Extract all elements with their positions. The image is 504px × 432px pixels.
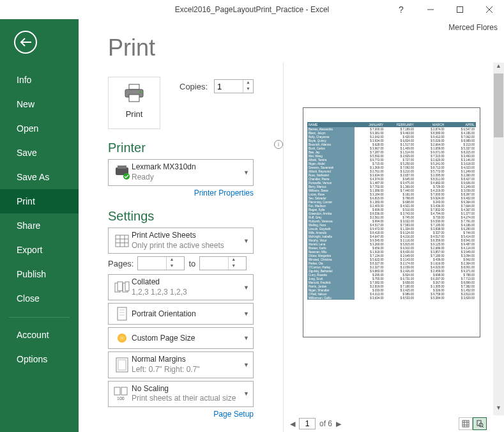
arrow-left-icon bbox=[20, 38, 31, 47]
account-name[interactable]: Merced Flores bbox=[448, 23, 498, 32]
help-button[interactable]: ? bbox=[386, 1, 416, 19]
sheets-icon bbox=[112, 234, 132, 248]
next-page-button[interactable]: ▶ bbox=[336, 420, 341, 428]
chevron-down-icon: ▼ bbox=[243, 311, 249, 317]
svg-line-36 bbox=[482, 426, 484, 428]
collate-select[interactable]: Collated1,2,3 1,2,3 1,2,3 ▼ bbox=[108, 274, 254, 300]
sidebar-item-share[interactable]: Share bbox=[0, 213, 79, 238]
svg-text:100: 100 bbox=[117, 396, 125, 401]
sidebar-item-export[interactable]: Export bbox=[0, 238, 79, 262]
copies-input[interactable] bbox=[215, 80, 243, 93]
printer-properties-link[interactable]: Printer Properties bbox=[108, 189, 254, 197]
printer-status: Ready bbox=[132, 173, 249, 183]
svg-rect-6 bbox=[129, 95, 139, 102]
chevron-down-icon: ▼ bbox=[243, 284, 249, 291]
pages-to-label: to bbox=[188, 259, 195, 268]
print-button[interactable]: Print bbox=[108, 77, 160, 129]
sidebar-item-new[interactable]: New bbox=[0, 92, 79, 116]
svg-rect-27 bbox=[121, 387, 127, 395]
sidebar-item-save-as[interactable]: Save As bbox=[0, 165, 79, 189]
sidebar-item-options[interactable]: Options bbox=[0, 347, 79, 371]
scroll-thumb[interactable] bbox=[494, 73, 503, 137]
svg-rect-19 bbox=[125, 282, 129, 291]
copies-spinner[interactable]: ▲▼ bbox=[214, 79, 254, 93]
svg-rect-29 bbox=[462, 420, 469, 427]
chevron-down-icon: ▼ bbox=[243, 238, 249, 244]
chevron-down-icon: ▼ bbox=[243, 335, 249, 341]
printer-device-icon bbox=[112, 166, 132, 180]
scaling-select[interactable]: 100 No ScalingPrint sheets at their actu… bbox=[108, 381, 254, 407]
preview-row: Williamson, Guilio$ 3,634.00$ 8,533.00$ … bbox=[307, 296, 476, 300]
page-setup-link[interactable]: Page Setup bbox=[108, 410, 254, 419]
current-page-input[interactable] bbox=[299, 418, 316, 429]
sidebar-item-open[interactable]: Open bbox=[0, 116, 79, 141]
printer-select[interactable]: Lexmark MX310dnReady ▼ bbox=[108, 159, 254, 186]
sidebar-item-account[interactable]: Account bbox=[0, 323, 79, 347]
preview-page: NAMEJANUARYFEBRUARYMARCHAPRILBarnes, Ale… bbox=[303, 107, 480, 337]
margins-icon bbox=[112, 357, 132, 373]
sidebar-separator bbox=[9, 317, 70, 318]
margins-select[interactable]: Normal MarginsLeft: 0.7" Right: 0.7" ▼ bbox=[108, 351, 254, 378]
scaling-icon: 100 bbox=[112, 387, 132, 401]
printer-info-icon[interactable]: i bbox=[274, 140, 283, 149]
print-button-label: Print bbox=[126, 109, 143, 119]
preview-header: NAME bbox=[307, 122, 355, 127]
preview-header: MARCH bbox=[415, 122, 446, 127]
preview-header: APRIL bbox=[445, 122, 476, 127]
zoom-to-page-button[interactable] bbox=[473, 417, 487, 430]
svg-rect-11 bbox=[116, 235, 128, 247]
print-what-select[interactable]: Print Active SheetsOnly print the active… bbox=[108, 228, 254, 254]
page-total-label: of 6 bbox=[319, 419, 332, 428]
printer-name: Lexmark MX310dn bbox=[132, 162, 249, 173]
printer-icon bbox=[123, 84, 146, 103]
svg-rect-26 bbox=[114, 387, 120, 395]
svg-rect-20 bbox=[118, 307, 126, 320]
sidebar-item-close[interactable]: Close bbox=[0, 286, 79, 311]
back-button[interactable] bbox=[14, 31, 37, 54]
chevron-down-icon: ▼ bbox=[243, 169, 249, 176]
chevron-down-icon: ▼ bbox=[243, 362, 249, 368]
pages-label: Pages: bbox=[108, 259, 134, 268]
show-margins-button[interactable] bbox=[459, 417, 473, 430]
page-title: Print bbox=[108, 35, 283, 61]
backstage-sidebar: InfoNewOpenSaveSave AsPrintShareExportPu… bbox=[0, 19, 79, 432]
collate-icon bbox=[112, 281, 132, 294]
page-size-icon bbox=[112, 334, 132, 343]
prev-page-button[interactable]: ◀ bbox=[290, 420, 295, 428]
restore-button[interactable] bbox=[445, 1, 475, 19]
portrait-icon bbox=[112, 307, 132, 321]
copies-up[interactable]: ▲ bbox=[243, 80, 253, 86]
pages-from[interactable]: ▲▼ bbox=[137, 256, 185, 270]
svg-point-7 bbox=[140, 91, 142, 93]
svg-rect-4 bbox=[129, 84, 139, 89]
scroll-up[interactable]: ▲ bbox=[493, 63, 504, 73]
copies-label: Copies: bbox=[179, 82, 208, 91]
close-button[interactable] bbox=[475, 1, 504, 19]
page-size-select[interactable]: Custom Page Size ▼ bbox=[108, 327, 254, 349]
pages-to[interactable]: ▲▼ bbox=[199, 256, 247, 270]
sidebar-item-publish[interactable]: Publish bbox=[0, 262, 79, 286]
preview-scrollbar[interactable]: ▲ ▼ bbox=[493, 63, 504, 415]
scroll-down[interactable]: ▼ bbox=[493, 405, 504, 415]
copies-down[interactable]: ▼ bbox=[243, 86, 253, 93]
chevron-down-icon: ▼ bbox=[243, 390, 249, 397]
minimize-button[interactable] bbox=[416, 1, 445, 19]
preview-header: JANUARY bbox=[355, 122, 385, 127]
settings-heading: Settings bbox=[108, 209, 283, 224]
print-preview-pane: ▲ ▼ NAMEJANUARYFEBRUARYMARCHAPRILBarnes,… bbox=[283, 63, 504, 432]
sidebar-item-print[interactable]: Print bbox=[0, 189, 79, 213]
preview-header: FEBRUARY bbox=[385, 122, 415, 127]
sidebar-item-info[interactable]: Info bbox=[0, 68, 79, 92]
sidebar-item-save[interactable]: Save bbox=[0, 141, 79, 165]
printer-heading: Printer bbox=[108, 141, 146, 155]
svg-rect-25 bbox=[118, 360, 126, 370]
orientation-select[interactable]: Portrait Orientation ▼ bbox=[108, 303, 254, 325]
svg-rect-9 bbox=[118, 166, 126, 169]
svg-rect-1 bbox=[457, 7, 463, 13]
svg-rect-17 bbox=[118, 282, 123, 291]
